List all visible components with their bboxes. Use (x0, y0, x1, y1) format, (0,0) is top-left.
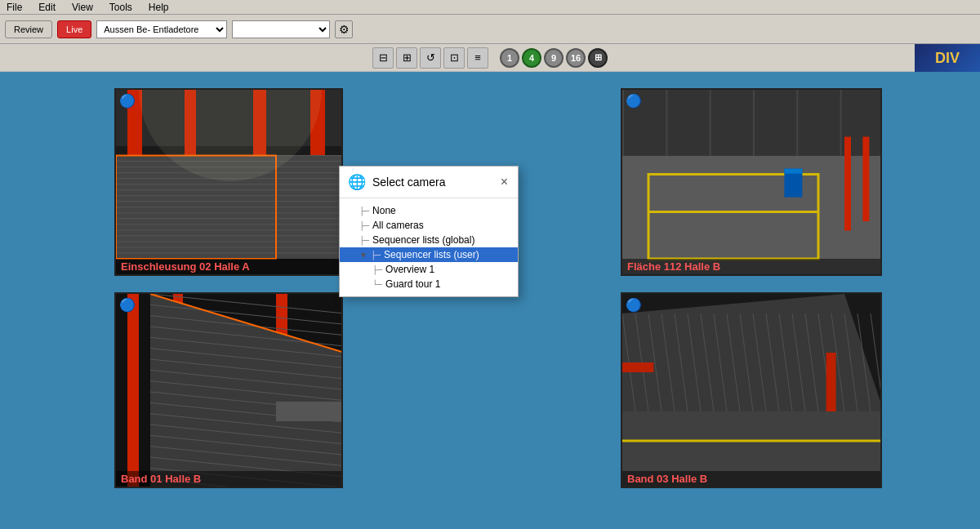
camera-dropdown[interactable] (232, 20, 330, 38)
single-view-icon[interactable]: ⊟ (372, 47, 394, 69)
icon-bar: ⊟ ⊞ ↺ ⊡ ≡ 1 4 9 16 ⊞ DIV (0, 44, 980, 72)
menu-tools[interactable]: Tools (106, 2, 136, 13)
dialog-close-button[interactable]: × (499, 175, 510, 189)
cam1-icon: 🔵 (119, 93, 136, 109)
view-icons: ⊟ ⊞ ↺ ⊡ ≡ (372, 47, 488, 69)
tree-label-all-cameras: All cameras (372, 220, 424, 231)
layout-icon[interactable]: ⊡ (443, 47, 465, 69)
select-camera-dialog: 🌐 Select camera × ├─None├─All cameras├─S… (339, 166, 519, 297)
tree-item-none[interactable]: ├─None (340, 203, 518, 218)
live-button[interactable]: Live (57, 20, 91, 38)
location-dropdown[interactable]: Aussen Be- Entladetore (96, 20, 227, 38)
view-9-button[interactable]: 9 (544, 48, 564, 68)
settings-button[interactable]: ⚙ (335, 20, 353, 38)
menu-edit[interactable]: Edit (35, 2, 59, 13)
menu-file[interactable]: File (3, 2, 25, 13)
view-16-button[interactable]: 16 (566, 48, 586, 68)
view-grid-button[interactable]: ⊞ (588, 48, 608, 68)
cam2-icon: 🔵 (626, 93, 642, 109)
camera-feed-1[interactable]: 🔵 Einschleusung 02 Halle A (114, 88, 343, 276)
logo-text: DIV (935, 50, 960, 67)
tree-item-seq-user[interactable]: ▼ ├─Sequencer lists (user) (340, 247, 518, 262)
refresh-icon[interactable]: ↺ (420, 47, 441, 69)
cam2-label: Fläche 112 Halle B (622, 259, 880, 274)
cam1-label: Einschleusung 02 Halle A (116, 259, 341, 274)
review-button[interactable]: Review (5, 20, 52, 38)
menu-bar: File Edit View Tools Help (0, 0, 980, 15)
tree-label-none: None (372, 205, 396, 216)
menu-view[interactable]: View (69, 2, 96, 13)
cam3-icon: 🔵 (119, 297, 136, 313)
toolbar: Review Live Aussen Be- Entladetore ⚙ (0, 15, 980, 44)
camera-feed-4[interactable]: 🔵 Band 03 Halle B (621, 292, 882, 488)
camera-feed-3[interactable]: 🔵 Band 01 Halle B (114, 292, 343, 488)
dialog-title-text: Select camera (372, 176, 492, 189)
app-logo: DIV (915, 44, 980, 72)
camera-feed-2[interactable]: 🔵 Fläche 112 Halle B (621, 88, 882, 276)
dialog-body: ├─None├─All cameras├─Sequencer lists (gl… (340, 198, 518, 296)
cam4-label: Band 03 Halle B (622, 471, 880, 487)
tree-label-guard-tour1: Guard tour 1 (385, 278, 440, 290)
tree-item-seq-global[interactable]: ├─Sequencer lists (global) (340, 233, 518, 247)
tree-item-all-cameras[interactable]: ├─All cameras (340, 218, 518, 233)
view-4-button[interactable]: 4 (522, 48, 541, 68)
dialog-title-bar: 🌐 Select camera × (340, 167, 518, 198)
main-content: 🔵 Einschleusung 02 Halle A 🔵 Fläche 112 … (0, 72, 980, 529)
cam3-label: Band 01 Halle B (116, 471, 341, 487)
list-icon[interactable]: ≡ (467, 47, 488, 69)
tree-label-seq-user: Sequencer lists (user) (384, 249, 479, 260)
tree-label-seq-global: Sequencer lists (global) (372, 234, 474, 246)
menu-help[interactable]: Help (145, 2, 172, 13)
view-1-button[interactable]: 1 (500, 48, 519, 68)
tree-item-overview1[interactable]: ├─Overview 1 (340, 262, 518, 277)
cam4-icon: 🔵 (626, 297, 642, 313)
tree-item-guard-tour1[interactable]: └─Guard tour 1 (340, 277, 518, 291)
dialog-icon: 🌐 (348, 173, 366, 191)
grid-view-icon[interactable]: ⊞ (396, 47, 417, 69)
view-number-icons: 1 4 9 16 ⊞ (500, 48, 608, 68)
tree-label-overview1: Overview 1 (385, 264, 434, 275)
